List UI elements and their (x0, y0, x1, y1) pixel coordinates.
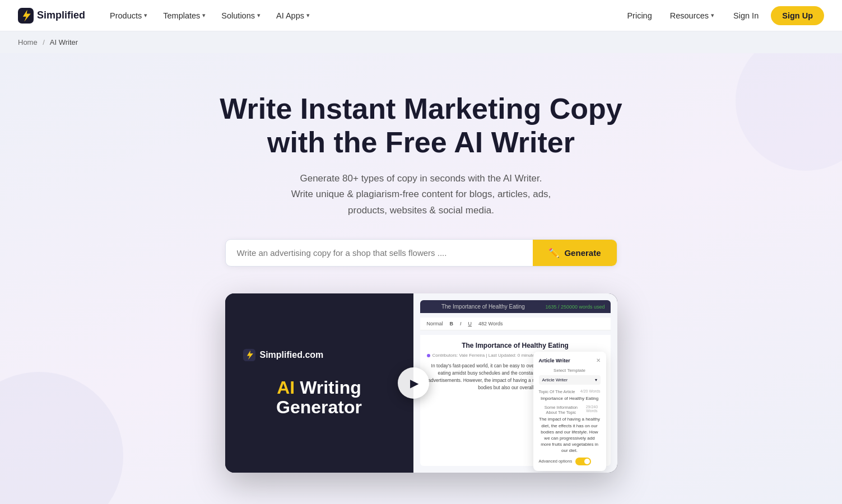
editor-title-bar: The Importance of Healthy Eating (426, 304, 541, 310)
video-inner: Simplified.com AI WritingGenerator ▶ The… (225, 293, 617, 473)
editor-stats: 1635 / 250000 words used (545, 304, 604, 310)
solutions-chevron-icon: ▾ (257, 12, 260, 19)
video-left: Simplified.com AI WritingGenerator (225, 293, 413, 473)
side-panel-header: Article Writer ✕ (539, 357, 601, 363)
toolbar-bold[interactable]: B (448, 320, 456, 328)
templates-chevron-icon: ▾ (202, 12, 206, 19)
side-panel-title: Article Writer (539, 358, 570, 363)
video-logo-icon (243, 349, 255, 361)
video-logo-text: Simplified.com (260, 350, 324, 360)
breadcrumb-home-link[interactable]: Home (18, 38, 38, 46)
video-heading: AI WritingGenerator (243, 378, 396, 417)
nav-resources[interactable]: Resources ▾ (663, 7, 721, 25)
nav-pricing[interactable]: Pricing (620, 7, 658, 25)
nav-signin[interactable]: Sign In (725, 7, 766, 25)
toolbar-italic[interactable]: I (458, 320, 464, 328)
editor-content: The Importance of Healthy Eating Contrib… (420, 335, 611, 466)
logo-text: Simplified (37, 10, 85, 21)
ai-apps-chevron-icon: ▾ (306, 12, 310, 19)
logo-icon (18, 8, 34, 24)
toolbar-word-count: 482 Words (476, 320, 505, 328)
panel-topic-value: Importance of Healthy Eating (539, 395, 601, 402)
side-panel-select[interactable]: Article Writer ▾ (539, 375, 601, 385)
generate-button[interactable]: ✏️ Generate (533, 240, 616, 266)
nav-solutions[interactable]: Solutions ▾ (215, 7, 267, 25)
generate-icon: ✏️ (548, 248, 560, 258)
search-input[interactable] (226, 240, 533, 266)
panel-info-value: The impact of having a healthy diet, the… (539, 416, 601, 454)
editor-topbar: The Importance of Healthy Eating 1635 / … (420, 300, 611, 313)
resources-chevron-icon: ▾ (711, 12, 714, 19)
video-container: Simplified.com AI WritingGenerator ▶ The… (225, 293, 617, 473)
video-logo-area: Simplified.com (243, 349, 396, 361)
nav-products[interactable]: Products ▾ (103, 7, 154, 25)
video-play-button[interactable]: ▶ (398, 367, 429, 399)
hero-subtitle: Generate 80+ types of copy in seconds wi… (264, 171, 578, 220)
side-panel: Article Writer ✕ Select Template Article… (533, 352, 606, 470)
editor-content-title: The Importance of Healthy Eating (427, 342, 604, 349)
side-panel-select-label: Select Template (539, 368, 601, 373)
search-bar: ✏️ Generate (225, 239, 617, 267)
editor-toolbar: Normal B I U 482 Words (420, 318, 611, 330)
video-section: Simplified.com AI WritingGenerator ▶ The… (11, 267, 831, 473)
side-panel-close-icon[interactable]: ✕ (596, 357, 601, 363)
toggle-row: Advanced options (539, 458, 601, 465)
navbar: Simplified Products ▾ Templates ▾ Soluti… (0, 0, 842, 31)
meta-dot-icon (427, 354, 430, 357)
advanced-options-toggle[interactable] (575, 458, 591, 465)
nav-items: Products ▾ Templates ▾ Solutions ▾ AI Ap… (103, 7, 620, 25)
toolbar-normal[interactable]: Normal (425, 320, 445, 328)
select-chevron-icon: ▾ (595, 377, 597, 382)
video-right: The Importance of Healthy Eating 1635 / … (413, 293, 617, 473)
logo-link[interactable]: Simplified (18, 8, 85, 24)
breadcrumb: Home / AI Writer (0, 31, 842, 53)
nav-right: Pricing Resources ▾ Sign In Sign Up (620, 6, 824, 25)
nav-signup-button[interactable]: Sign Up (771, 6, 824, 25)
nav-templates[interactable]: Templates ▾ (156, 7, 212, 25)
breadcrumb-separator: / (43, 38, 45, 46)
toolbar-underline[interactable]: U (466, 320, 475, 328)
panel-topic-field: Topic Of The Article 4/20 Words Importan… (539, 389, 601, 402)
play-icon: ▶ (410, 376, 418, 390)
hero-section: Write Instant Marketing Copy with the Fr… (0, 53, 842, 504)
products-chevron-icon: ▾ (144, 12, 147, 19)
panel-info-field: Some Information About The Topic 29/240 … (539, 405, 601, 454)
breadcrumb-current: AI Writer (50, 38, 78, 46)
advanced-options-label: Advanced options (539, 459, 573, 464)
nav-ai-apps[interactable]: AI Apps ▾ (269, 7, 317, 25)
hero-title: Write Instant Marketing Copy with the Fr… (203, 92, 640, 160)
